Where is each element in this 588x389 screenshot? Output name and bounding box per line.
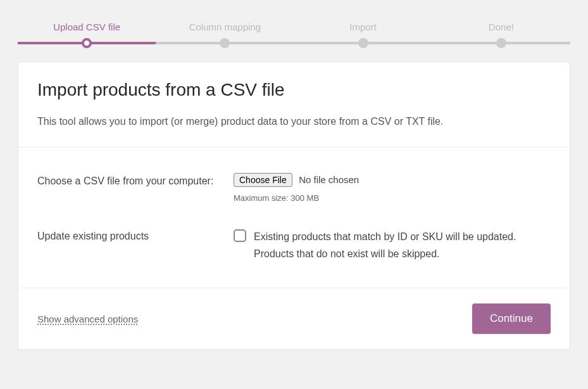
progress-stepper: Upload CSV file Column mapping Import Do…	[18, 0, 570, 44]
card-footer: Show advanced options Continue	[18, 288, 570, 349]
step-done[interactable]: Done!	[432, 22, 570, 44]
page-description: This tool allows you to import (or merge…	[37, 114, 551, 129]
file-row: Choose a CSV file from your computer: Ch…	[37, 160, 551, 215]
file-status-text: No file chosen	[299, 174, 359, 185]
update-row-label: Update existing products	[37, 228, 234, 245]
page-title: Import products from a CSV file	[37, 80, 551, 100]
update-existing-checkbox[interactable]	[234, 229, 246, 242]
step-dot-icon	[220, 38, 230, 48]
step-dot-icon	[358, 38, 368, 48]
import-card: Import products from a CSV file This too…	[18, 61, 570, 350]
step-import[interactable]: Import	[294, 22, 432, 44]
card-header: Import products from a CSV file This too…	[18, 62, 570, 148]
step-dot-icon	[82, 38, 92, 48]
continue-button[interactable]: Continue	[472, 303, 551, 334]
step-column-mapping[interactable]: Column mapping	[156, 22, 294, 44]
show-advanced-link[interactable]: Show advanced options	[37, 314, 138, 324]
update-row: Update existing products Existing produc…	[37, 215, 551, 275]
step-upload[interactable]: Upload CSV file	[18, 22, 156, 44]
card-body: Choose a CSV file from your computer: Ch…	[18, 148, 570, 288]
update-existing-description: Existing products that match by ID or SK…	[254, 228, 551, 262]
file-size-hint: Maximum size: 300 MB	[234, 193, 551, 203]
choose-file-button[interactable]: Choose File	[234, 173, 292, 187]
file-row-label: Choose a CSV file from your computer:	[37, 173, 234, 189]
step-dot-icon	[496, 38, 506, 48]
